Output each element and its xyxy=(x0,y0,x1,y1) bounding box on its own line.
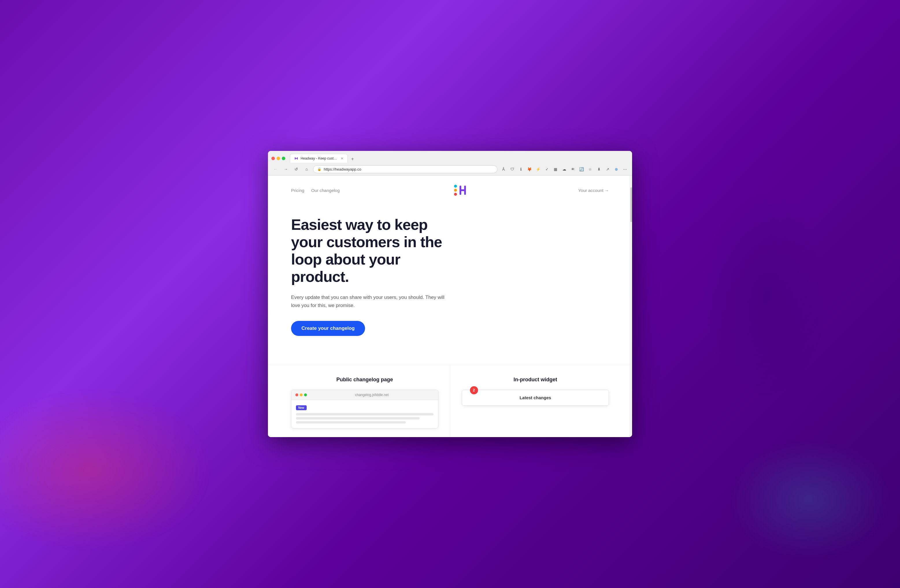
widget-badge: 2 xyxy=(470,386,478,394)
feature-changelog-title: Public changelog page xyxy=(291,377,438,383)
circle-accent-icon[interactable]: ⊛ xyxy=(613,165,620,173)
dot-yellow xyxy=(300,393,303,396)
browser-toolbar: ← → ↺ ⌂ 🔒 https://headwayapp.co Å 🛡 ℹ 🦊 xyxy=(268,163,632,175)
dot-green xyxy=(304,393,307,396)
home-icon: ⌂ xyxy=(306,167,308,171)
mockup-line-2 xyxy=(296,417,420,419)
translate-icon[interactable]: Å xyxy=(500,165,507,173)
changelog-link[interactable]: Our changelog xyxy=(311,188,340,193)
feature-widget-title: In-product widget xyxy=(462,377,609,383)
tab-title: Headway - Keep customers in xyxy=(301,157,337,160)
back-button[interactable]: ← xyxy=(272,165,279,173)
mockup-lines xyxy=(296,413,433,424)
scrollbar[interactable] xyxy=(630,176,632,437)
site-nav: Pricing Our changelog xyxy=(268,176,632,205)
browser-window: Headway - Keep customers in ✕ + ← → ↺ ⌂ … xyxy=(268,151,632,437)
account-link[interactable]: Your account → xyxy=(578,188,609,193)
svg-rect-8 xyxy=(459,189,466,191)
address-bar[interactable]: 🔒 https://headwayapp.co xyxy=(313,165,497,173)
maximize-btn[interactable] xyxy=(282,157,285,160)
mockup-dots xyxy=(295,393,307,396)
svg-point-5 xyxy=(454,193,457,196)
shield-icon[interactable]: 🛡 xyxy=(508,165,516,173)
url-text: https://headwayapp.co xyxy=(324,167,493,171)
mockup-line-3 xyxy=(296,421,406,424)
info-icon[interactable]: ℹ xyxy=(517,165,524,173)
mockup-titlebar: changelog.jsfiddle.net xyxy=(291,390,438,400)
widget-header: Latest changes xyxy=(462,390,609,406)
new-badge: New xyxy=(296,405,307,410)
svg-point-4 xyxy=(454,189,457,192)
hero-headline: Easiest way to keep your customers in th… xyxy=(291,216,447,285)
back-icon: ← xyxy=(273,167,278,171)
changelog-mockup: changelog.jsfiddle.net New xyxy=(291,390,438,428)
fox-icon[interactable]: 🦊 xyxy=(526,165,533,173)
close-btn[interactable] xyxy=(272,157,275,160)
features-section: Public changelog page changelog.jsfiddle… xyxy=(268,365,632,437)
download-icon[interactable]: ⬇ xyxy=(595,165,603,173)
mockup-line-1 xyxy=(296,413,433,416)
share-icon[interactable]: ↗ xyxy=(604,165,611,173)
nav-left: Pricing Our changelog xyxy=(291,188,340,193)
widget-mockup: 2 Latest changes xyxy=(462,390,609,406)
star-icon[interactable]: ☆ xyxy=(587,165,594,173)
logo-svg xyxy=(452,184,467,197)
headway-logo[interactable] xyxy=(452,184,467,197)
scrollbar-thumb[interactable] xyxy=(630,187,632,222)
refresh2-icon[interactable]: 🔄 xyxy=(578,165,585,173)
toolbar-icons: Å 🛡 ℹ 🦊 ⚡ ✓ ▦ ☁ 👁 🔄 ☆ ⬇ ↗ ⊛ ⋯ xyxy=(500,165,628,173)
hero-section: Easiest way to keep your customers in th… xyxy=(268,205,470,353)
browser-titlebar: Headway - Keep customers in ✕ + xyxy=(268,151,632,163)
home-button[interactable]: ⌂ xyxy=(303,165,311,173)
check-icon[interactable]: ✓ xyxy=(543,165,551,173)
window-controls xyxy=(272,157,285,160)
vpn-icon[interactable]: ⚡ xyxy=(534,165,542,173)
browser-chrome: Headway - Keep customers in ✕ + ← → ↺ ⌂ … xyxy=(268,151,632,176)
cta-button[interactable]: Create your changelog xyxy=(291,321,365,336)
svg-rect-2 xyxy=(295,158,298,159)
minimize-btn[interactable] xyxy=(276,157,280,160)
feature-col-widget: In-product widget 2 Latest changes xyxy=(450,365,609,437)
cloud-icon[interactable]: ☁ xyxy=(560,165,568,173)
forward-icon: → xyxy=(284,167,288,171)
dot-red xyxy=(295,393,298,396)
page-content: Pricing Our changelog xyxy=(268,176,632,437)
feature-col-changelog: Public changelog page changelog.jsfiddle… xyxy=(291,365,450,437)
tab-bar: Headway - Keep customers in ✕ + xyxy=(290,154,628,163)
svg-point-3 xyxy=(454,185,457,188)
active-tab[interactable]: Headway - Keep customers in ✕ xyxy=(290,154,348,163)
hero-subtext: Every update that you can share with you… xyxy=(291,293,447,309)
reload-icon: ↺ xyxy=(295,167,298,171)
tab-close-icon[interactable]: ✕ xyxy=(341,157,343,160)
tab-favicon xyxy=(294,157,298,160)
pricing-link[interactable]: Pricing xyxy=(291,188,304,193)
mockup-url: changelog.jsfiddle.net xyxy=(310,393,434,397)
eye-icon[interactable]: 👁 xyxy=(569,165,577,173)
widget-panel: Latest changes xyxy=(462,390,609,406)
more-icon[interactable]: ⋯ xyxy=(621,165,628,173)
headway-tab-icon xyxy=(294,157,298,160)
reload-button[interactable]: ↺ xyxy=(292,165,300,173)
mockup-body: New xyxy=(291,400,438,428)
new-tab-button[interactable]: + xyxy=(349,155,356,163)
lock-icon: 🔒 xyxy=(317,168,321,171)
forward-button[interactable]: → xyxy=(282,165,290,173)
grid-icon[interactable]: ▦ xyxy=(552,165,559,173)
